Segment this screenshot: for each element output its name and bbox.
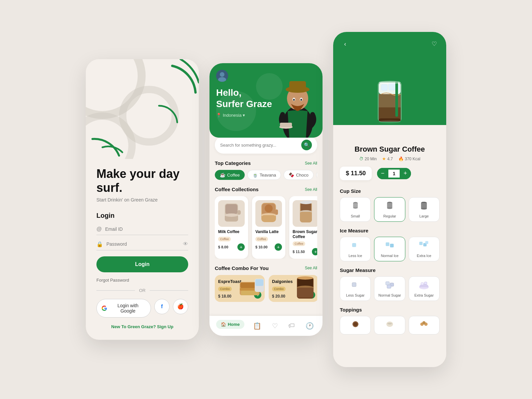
detail-header: ‹ ♡ [333, 32, 446, 125]
svg-rect-17 [237, 210, 241, 215]
fire-icon: 🔥 [398, 156, 404, 161]
cup-size-large[interactable]: Large [409, 197, 440, 222]
dalgonies-badge: Combo [272, 287, 286, 291]
svg-point-40 [297, 276, 313, 280]
rating-meta: ★ 4.7 [382, 156, 393, 161]
password-field-group[interactable]: 🔒 👁 [96, 241, 188, 250]
sign-up-link[interactable]: Sign Up [157, 324, 173, 329]
categories-see-all[interactable]: See All [305, 161, 317, 166]
combo-card-dalgonies[interactable]: Dalgonies Combo $ 20.00 + [269, 275, 317, 302]
milk-coffee-name: Milk Coffee [218, 229, 245, 234]
coffee-card-milk[interactable]: Milk Coffee Coffee $ 8.00 + [215, 196, 248, 259]
calories-meta: 🔥 370 Kcal [398, 156, 421, 161]
user-avatar[interactable] [216, 70, 228, 82]
drink-image [371, 75, 408, 138]
svg-rect-61 [352, 243, 356, 247]
cup-size-title: Cup Size [340, 188, 440, 194]
nav-offers[interactable]: 🏷 [286, 320, 297, 332]
svg-rect-23 [275, 209, 278, 215]
category-toast[interactable]: 🥂 Toast [316, 170, 317, 180]
star-icon: ★ [382, 156, 386, 161]
svg-point-54 [353, 207, 358, 208]
sugar-title: Sugar Measure [340, 267, 440, 273]
home-screen: Hello, Surfer Graze 📍 Indonesia ▾ [209, 63, 323, 336]
ice-extra[interactable]: Extra Ice [409, 237, 440, 261]
combo-section-header: Coffee Combo For You See All [215, 265, 317, 271]
cup-size-regular[interactable]: Regular [374, 197, 405, 222]
topping-3-icon [419, 320, 429, 331]
milk-coffee-image [218, 200, 245, 227]
milk-coffee-price: $ 8.00 [218, 245, 228, 249]
email-field-group[interactable]: @ [96, 226, 188, 235]
categories-title: Top Categories [215, 160, 251, 166]
topping-2[interactable] [374, 316, 405, 334]
cup-large-icon [419, 201, 429, 212]
svg-rect-47 [389, 83, 395, 90]
apple-login-button[interactable]: 🍎 [173, 299, 188, 314]
category-coffee[interactable]: ☕ Coffee [215, 170, 245, 180]
sugar-extra[interactable]: Extra Sugar [409, 276, 440, 301]
collections-see-all[interactable]: See All [305, 187, 317, 192]
category-teavana[interactable]: 🍵 Teavana [247, 170, 281, 180]
nav-menu[interactable]: 📋 [251, 320, 263, 332]
cup-size-small[interactable]: Small [340, 197, 371, 222]
email-input[interactable] [105, 226, 188, 232]
forgot-password-link[interactable]: Forgot Password [96, 278, 188, 283]
vanilla-latte-add-btn[interactable]: + [275, 243, 282, 251]
login-button[interactable]: Login [96, 256, 188, 272]
svg-rect-21 [262, 215, 275, 222]
qty-increase-btn[interactable]: + [400, 168, 411, 179]
brown-sugar-badge: Coffee [293, 241, 305, 246]
category-choco[interactable]: 🍫 Choco [284, 170, 314, 180]
combo-card-esprtoast[interactable]: EspreToast Combo $ 18.00 + [215, 275, 265, 302]
eye-icon[interactable]: 👁 [183, 241, 188, 247]
cup-size-options: Small Regular [340, 197, 440, 222]
normal-sugar-label: Normal Sugar [378, 293, 401, 297]
facebook-icon: f [161, 304, 163, 310]
password-input[interactable] [106, 241, 180, 247]
svg-point-79 [422, 321, 426, 325]
vanilla-latte-name: Vanilla Latte [255, 229, 282, 234]
qty-value: 1 [388, 170, 400, 178]
topping-3[interactable] [409, 316, 440, 334]
svg-rect-66 [425, 241, 428, 244]
price-qty-row: $ 11.50 − 1 + [340, 167, 440, 180]
ice-less[interactable]: Less Ice [340, 237, 371, 261]
brown-sugar-name: Brown Sugar Coffee [293, 229, 317, 239]
topping-1-icon [350, 320, 361, 331]
milk-coffee-add-btn[interactable]: + [237, 243, 245, 251]
back-button[interactable]: ‹ [340, 39, 350, 49]
coffee-chip-icon: ☕ [220, 172, 225, 178]
svg-rect-63 [390, 244, 394, 247]
login-screen: Make your day surf. Start Drinkin' on Gr… [86, 59, 199, 340]
coffee-card-vanilla[interactable]: Vanilla Latte Coffee $ 10.00 + [252, 196, 285, 259]
facebook-login-button[interactable]: f [154, 299, 170, 314]
nav-favorites[interactable]: ♡ [270, 320, 280, 332]
search-bar[interactable]: 🔍 [215, 136, 317, 154]
apple-icon: 🍎 [177, 303, 184, 310]
ice-normal[interactable]: Normal Ice [374, 237, 405, 261]
google-login-button[interactable]: Login with Google [96, 299, 151, 318]
search-button[interactable]: 🔍 [301, 140, 312, 150]
cup-large-label: Large [419, 214, 429, 218]
extra-sugar-label: Extra Sugar [414, 293, 434, 297]
sugar-less[interactable]: Less Sugar [340, 276, 371, 301]
svg-point-1 [220, 72, 224, 77]
nav-home[interactable]: 🏠 Home [216, 320, 244, 332]
brown-sugar-add-btn[interactable]: + [312, 248, 317, 255]
combo-see-all[interactable]: See All [305, 266, 317, 270]
favorite-button[interactable]: ♡ [429, 39, 440, 49]
social-login-group: Login with Google f 🍎 [96, 299, 188, 318]
topping-1[interactable] [340, 316, 371, 334]
sugar-normal[interactable]: Normal Sugar [374, 276, 405, 301]
qty-decrease-btn[interactable]: − [377, 168, 388, 179]
detail-screen: ‹ ♡ [333, 32, 446, 367]
collections-title: Coffee Collections [215, 187, 259, 192]
product-name: Brown Sugar Coffee [340, 145, 440, 154]
nav-history[interactable]: 🕐 [304, 320, 316, 332]
coffee-card-brown-sugar[interactable]: Brown Sugar Coffee Coffee $ 11.50 + [289, 196, 317, 259]
new-account-text: New To Green Graze? Sign Up [96, 324, 188, 329]
price-display: $ 11.50 [340, 167, 372, 180]
svg-rect-39 [297, 288, 314, 298]
search-input[interactable] [220, 143, 301, 148]
